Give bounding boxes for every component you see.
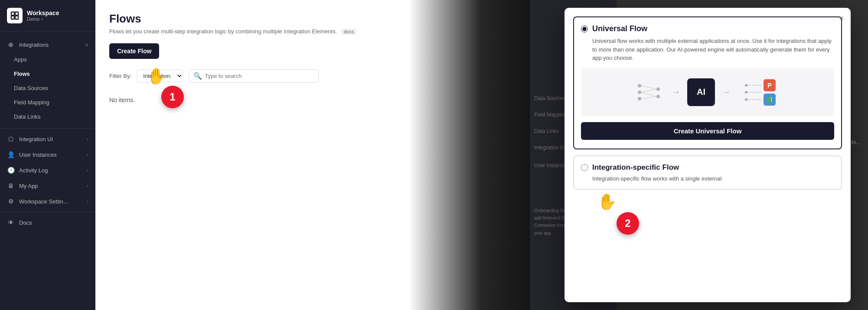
docs-icon: 👁 (7, 219, 15, 226)
flows-page: Flows Flows let you create multi-step in… (95, 0, 530, 310)
step-2-badge: 2 (617, 212, 639, 235)
nav-divider-2 (0, 212, 95, 212)
integration-specific-header: Integration-specific Flow (581, 163, 834, 172)
workspace-settings-arrow: › (87, 199, 88, 204)
integration-ui-icon: ⬡ (7, 135, 15, 143)
user-instances-icon: 👤 (7, 151, 15, 158)
modal-body: Universal Flow Universal flow works with… (565, 8, 851, 302)
sidebar-item-my-app[interactable]: 🖥 My App › (0, 178, 95, 194)
ai-illustration: → AI → P M (581, 68, 834, 116)
sidebar-item-field-mapping[interactable]: Field Mapping (0, 95, 95, 110)
workspace-logo (7, 8, 23, 23)
page-title: Flows (109, 12, 516, 26)
ghost-text-data-links: Data Links (534, 128, 559, 134)
svg-point-17 (745, 84, 747, 87)
svg-rect-2 (11, 16, 14, 19)
search-input[interactable] (205, 73, 314, 79)
arrow-left: → (672, 87, 680, 97)
integrations-arrow: ∨ (85, 42, 88, 48)
main-content: Flows Flows let you create multi-step in… (95, 0, 530, 310)
ghost-text-your-app: your app. (534, 231, 552, 236)
sidebar-item-integration-ui[interactable]: ⬡ Integration UI › (0, 131, 95, 147)
sidebar-nav: ⊕ Integrations ∨ Apps Flows Data Sources… (0, 32, 95, 310)
sidebar-item-flows[interactable]: Flows (0, 67, 95, 81)
modal-close-button[interactable]: × (839, 14, 844, 23)
activity-log-arrow: › (87, 168, 88, 173)
workspace-settings-icon: ⚙ (7, 197, 15, 205)
search-icon: 🔍 (193, 72, 202, 80)
workspace-subtitle: Demo › (27, 16, 59, 22)
svg-rect-3 (15, 16, 18, 19)
workspace-title: Workspace (27, 10, 59, 16)
sidebar-item-data-links[interactable]: Data Links (0, 110, 95, 124)
search-box: 🔍 (189, 69, 319, 83)
filter-row: Filter By: Integration: 🔍 (109, 69, 516, 83)
workspace-name: Workspace Demo › (27, 10, 59, 22)
my-app-icon: 🖥 (7, 182, 15, 190)
create-universal-flow-button[interactable]: Create Universal Flow (581, 122, 834, 140)
create-flow-button[interactable]: Create Flow (109, 43, 159, 59)
sidebar-item-apps[interactable]: Apps (0, 52, 95, 67)
universal-flow-radio[interactable] (581, 26, 588, 32)
sidebar-item-workspace-settings[interactable]: ⚙ Workspace Settin... › (0, 194, 95, 209)
svg-line-12 (641, 97, 656, 99)
sidebar-item-integrations[interactable]: ⊕ Integrations ∨ (0, 37, 95, 52)
svg-point-18 (745, 91, 747, 94)
connection-diagram-left (634, 77, 665, 107)
ai-chip: AI (687, 78, 715, 106)
sidebar: Workspace Demo › ⊕ Integrations ∨ Apps F… (0, 0, 95, 310)
sidebar-item-user-instances[interactable]: 👤 User Instances › (0, 147, 95, 162)
svg-line-9 (641, 86, 656, 89)
universal-flow-option[interactable]: Universal Flow Universal flow works with… (573, 16, 842, 149)
filter-label: Filter By: (109, 73, 131, 79)
svg-point-19 (745, 98, 747, 101)
right-panel: Data Sources Field Mappings Data Links I… (530, 0, 868, 310)
arrow-right: → (722, 87, 731, 97)
integrations-icon: ⊕ (7, 41, 15, 48)
universal-flow-title: Universal Flow (592, 24, 647, 33)
integration-specific-flow-option[interactable]: Integration-specific Flow Integration-sp… (573, 155, 842, 190)
integration-filter-select[interactable]: Integration: (137, 70, 183, 82)
svg-point-6 (638, 97, 641, 100)
ghost-text-data-sources: Data Sources (534, 95, 566, 101)
app-icons-right: P M (737, 77, 781, 107)
integration-specific-radio[interactable] (581, 164, 588, 171)
svg-point-8 (656, 95, 660, 98)
universal-flow-desc: Universal flow works with multiple exter… (581, 37, 834, 62)
svg-text:P: P (767, 82, 771, 89)
activity-log-icon: 🕐 (7, 166, 15, 174)
workspace-header[interactable]: Workspace Demo › (0, 0, 95, 32)
sidebar-item-activity-log[interactable]: 🕐 Activity Log › (0, 162, 95, 178)
svg-line-10 (641, 89, 656, 92)
svg-point-4 (638, 84, 641, 87)
universal-flow-header: Universal Flow (581, 24, 834, 33)
svg-point-5 (638, 90, 641, 94)
svg-point-7 (656, 87, 660, 91)
nav-divider-1 (0, 128, 95, 129)
svg-rect-0 (11, 12, 14, 15)
integration-specific-title: Integration-specific Flow (592, 163, 679, 172)
sidebar-item-docs[interactable]: 👁 Docs (0, 215, 95, 230)
svg-point-23 (766, 97, 771, 102)
modal-dialog: × Universal Flow Universal flow works wi… (565, 8, 851, 302)
integrations-section: ⊕ Integrations ∨ Apps Flows Data Sources… (0, 35, 95, 126)
page-description: Flows let you create multi-step integrat… (109, 28, 516, 35)
integration-ui-arrow: › (87, 136, 88, 142)
docs-badge[interactable]: docs (341, 29, 356, 35)
user-instances-arrow: › (87, 152, 88, 157)
svg-line-11 (641, 92, 656, 97)
step-1-badge: 1 (161, 86, 184, 108)
my-app-arrow: › (87, 183, 88, 188)
sidebar-item-data-sources[interactable]: Data Sources (0, 81, 95, 95)
integration-specific-desc: Integration-specific flow works with a s… (581, 175, 834, 182)
svg-rect-1 (15, 12, 18, 15)
